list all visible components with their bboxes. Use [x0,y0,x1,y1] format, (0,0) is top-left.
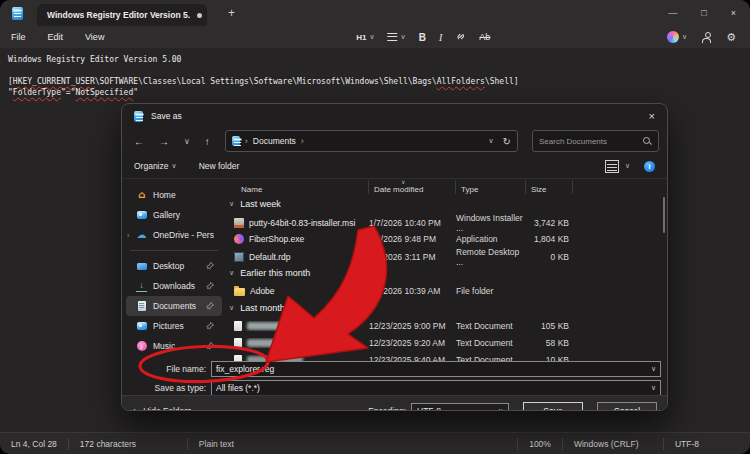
help-icon[interactable]: i [644,161,655,172]
new-folder-button[interactable]: New folder [199,161,240,171]
pin-icon [206,282,214,290]
dialog-bottom-bar: ∧ Hide Folders Encoding: UTF-8 ∨ Save Ca… [122,395,667,411]
expander-icon[interactable]: › [127,232,129,239]
dialog-titlebar: Save as × [122,104,667,128]
column-type[interactable]: Type [456,180,526,194]
vertical-scrollbar[interactable] [663,197,665,233]
bold-button[interactable]: B [419,32,426,43]
hide-folders-button[interactable]: ∧ Hide Folders [132,406,191,411]
minimize-button[interactable]: — [668,9,677,18]
gallery-icon [136,210,147,221]
sidebar-item-gallery[interactable]: Gallery [126,205,222,225]
group-header[interactable]: ∨ Last month [226,299,667,317]
address-bar[interactable]: › Documents › ∨ ↻ [225,130,518,152]
sidebar-item-documents[interactable]: Documents [126,296,222,316]
notepad-app-icon [134,111,143,122]
link-icon [455,31,466,42]
search-input[interactable]: Search Documents [532,130,659,152]
redacted-filename [247,322,295,330]
dialog-toolbar: Organize ∨ New folder ∨ i [122,154,667,179]
file-row[interactable]: 12/23/2025 9:00 PMText Document 105 KB [226,317,667,334]
copilot-icon [667,31,679,43]
notepad-app-icon [12,7,23,20]
file-row[interactable]: Default.rdp 1/4/2026 3:11 PMRemote Deskt… [226,247,667,264]
collapse-icon: ∨ [229,304,234,312]
refresh-icon[interactable]: ↻ [503,136,511,147]
breadcrumb-separator-icon: › [245,136,248,146]
copilot-dropdown[interactable]: ∨ [667,31,687,43]
save-as-type-select[interactable]: All files (*.*) ∨ [211,380,661,396]
titlebar: Windows Registry Editor Version 5. + — □… [0,0,750,26]
chevron-down-icon[interactable]: ∨ [625,162,630,170]
account-icon[interactable] [701,32,712,43]
menubar: File Edit View H1 ∨ ∨ B I Ab [0,26,750,49]
file-row[interactable]: FiberShop.exe 1/5/2026 9:48 PMApplicatio… [226,230,667,247]
sidebar-item-downloads[interactable]: ↓ Downloads [126,276,222,296]
format-toolbar: H1 ∨ ∨ B I Ab [356,28,490,46]
clear-formatting-button[interactable]: Ab [479,32,490,42]
up-icon[interactable]: ↑ [201,136,214,147]
menu-edit[interactable]: Edit [37,29,75,45]
redacted-filename [247,339,285,347]
column-size[interactable]: Size [526,180,573,194]
breadcrumb[interactable]: Documents [253,136,296,146]
encoding-select[interactable]: UTF-8 ∨ [411,403,509,412]
save-button[interactable]: Save [523,402,583,412]
dialog-content: ⌂ Home Gallery › ☁ OneDrive - Pers Deskt… [122,179,667,361]
unsaved-indicator-icon [197,13,202,18]
chevron-down-icon: ∨ [172,162,177,170]
address-dropdown-icon[interactable]: ∨ [488,137,493,145]
menu-file[interactable]: File [0,29,37,45]
folder-location-icon [232,136,240,146]
chevron-down-icon: ∨ [498,407,503,411]
menu-view[interactable]: View [74,29,115,45]
document-mode[interactable]: Plain text [187,438,245,450]
organize-button[interactable]: Organize ∨ [134,161,177,171]
file-row[interactable]: putty-64bit-0.83-installer.msi 1/7/2026 … [226,213,667,230]
back-icon[interactable]: ← [130,136,148,147]
recent-locations-icon[interactable]: ∨ [180,137,194,146]
cancel-button[interactable]: Cancel [597,402,657,412]
sidebar-item-pictures[interactable]: Pictures [126,316,222,336]
pin-icon [206,262,214,270]
group-header[interactable]: ∨ Last week [226,195,667,213]
italic-button[interactable]: I [439,32,442,43]
column-name[interactable]: Name [226,180,369,194]
list-dropdown[interactable]: ∨ [388,33,406,41]
pin-icon [206,322,214,330]
file-row[interactable]: Adobe 1/4/2026 10:39 AMFile folder [226,282,667,299]
maximize-button[interactable]: □ [701,9,706,18]
file-row[interactable]: 12/23/2025 9:40 AMText Document 10 KB [226,351,667,361]
link-button[interactable] [455,28,466,46]
text-file-icon [234,355,242,362]
file-row[interactable]: 12/23/2025 9:20 AMText Document 58 KB [226,334,667,351]
status-bar: Ln 4, Col 28 172 characters Plain text 1… [0,432,750,454]
group-header[interactable]: ∨ Earlier this month [226,264,667,282]
downloads-icon: ↓ [136,280,147,292]
exe-file-icon [234,234,244,244]
chevron-down-icon[interactable]: ∨ [651,384,656,392]
sidebar-item-music[interactable]: ♪ Music [126,336,222,356]
line-endings[interactable]: Windows (CRLF) [562,438,663,450]
heading-icon: H1 [356,33,366,42]
column-date-modified[interactable]: ∨Date modified [369,180,456,194]
editor-line [8,65,750,76]
sidebar-item-onedrive[interactable]: › ☁ OneDrive - Pers [126,225,222,245]
close-button[interactable]: × [731,9,736,18]
editor-line: [HKEY_CURRENT_USER\SOFTWARE\Classes\Loca… [8,76,750,87]
zoom-level[interactable]: 100% [517,438,562,450]
document-tab[interactable]: Windows Registry Editor Version 5. [37,4,207,26]
heading-dropdown[interactable]: H1 ∨ [356,33,374,42]
new-tab-button[interactable]: + [223,5,240,21]
chevron-down-icon[interactable]: ∨ [651,365,656,373]
view-options-icon[interactable] [605,160,619,173]
sidebar-item-home[interactable]: ⌂ Home [126,185,222,205]
collapse-icon: ∨ [229,269,234,277]
home-icon: ⌂ [136,190,147,201]
sidebar-item-desktop[interactable]: Desktop [126,256,222,276]
encoding-status[interactable]: UTF-8 [663,438,710,450]
gear-icon[interactable]: ⚙ [726,31,736,44]
file-name-input[interactable]: fix_explorer.reg ∨ [211,361,661,377]
dialog-close-button[interactable]: × [649,110,655,122]
forward-icon[interactable]: → [155,136,173,147]
